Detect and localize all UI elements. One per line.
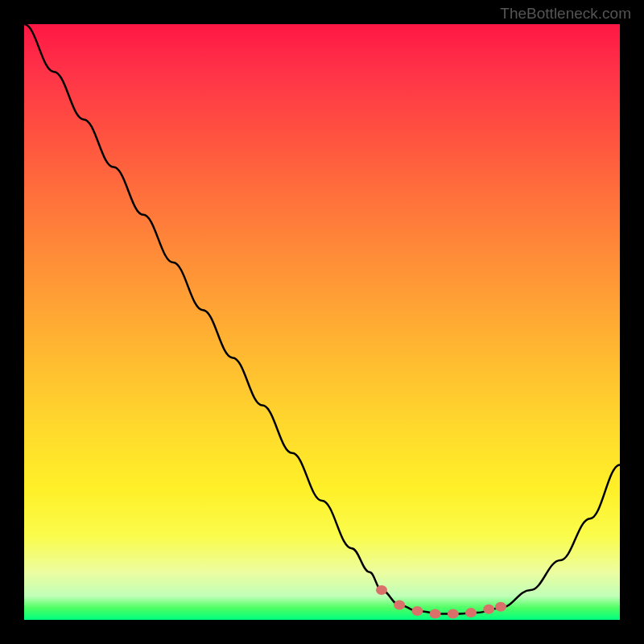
marker-dot bbox=[465, 608, 477, 617]
marker-dot bbox=[394, 601, 405, 610]
chart-svg bbox=[24, 24, 620, 620]
marker-dot bbox=[483, 605, 494, 614]
marker-dot bbox=[376, 585, 387, 595]
marker-dot bbox=[448, 609, 459, 619]
bottleneck-curve bbox=[24, 24, 620, 614]
marker-dot bbox=[495, 602, 506, 612]
watermark-text: TheBottleneck.com bbox=[500, 5, 631, 23]
chart-plot-area bbox=[24, 24, 620, 620]
marker-dot bbox=[430, 609, 441, 619]
marker-dot bbox=[411, 606, 423, 616]
